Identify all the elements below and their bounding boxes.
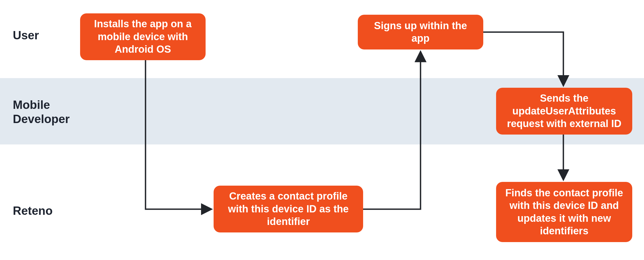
node-finds-updates: Finds the contact profile with this devi… <box>496 182 632 242</box>
lane-label-mobile-developer: Mobile Developer <box>13 98 70 126</box>
lane-label-dev-line1: Mobile <box>13 98 50 111</box>
node-creates-profile: Creates a contact profile with this devi… <box>214 186 363 232</box>
lane-label-user: User <box>13 28 39 43</box>
lane-label-dev-line2: Developer <box>13 112 70 125</box>
node-installs-app: Installs the app on a mobile device with… <box>80 13 206 60</box>
lane-label-reteno: Reteno <box>13 204 53 218</box>
swimlane-diagram: User Mobile Developer Reteno Installs th… <box>0 0 644 260</box>
node-signs-up: Signs up within the app <box>358 15 483 49</box>
edge-c-to-d <box>483 32 563 85</box>
node-sends-update: Sends the updateUserAttributes request w… <box>496 88 632 135</box>
